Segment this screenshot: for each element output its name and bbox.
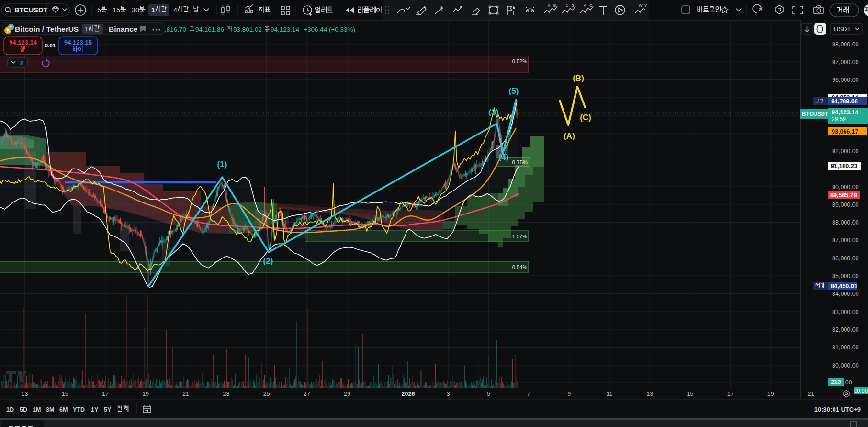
svg-text:81,000.00: 81,000.00 bbox=[832, 344, 859, 351]
svg-text:1Y: 1Y bbox=[91, 406, 99, 413]
svg-text:(B): (B) bbox=[573, 74, 584, 83]
svg-text:94,123.14: 94,123.14 bbox=[271, 26, 300, 33]
svg-text:,816.70: ,816.70 bbox=[165, 26, 186, 33]
svg-text:84,000.00: 84,000.00 bbox=[832, 291, 859, 297]
svg-text:21: 21 bbox=[808, 391, 814, 397]
svg-text:1.37%: 1.37% bbox=[512, 234, 527, 239]
svg-text:4: 4 bbox=[173, 6, 177, 14]
svg-text:11: 11 bbox=[607, 391, 613, 397]
svg-text:92,000.00: 92,000.00 bbox=[832, 148, 859, 155]
svg-text:93,801.02: 93,801.02 bbox=[233, 26, 262, 33]
svg-text:93,066.17: 93,066.17 bbox=[832, 128, 858, 135]
svg-text:(4): (4) bbox=[499, 153, 509, 162]
svg-text:YTD: YTD bbox=[73, 406, 85, 413]
svg-text:(C): (C) bbox=[580, 113, 591, 122]
svg-text:88,000.00: 88,000.00 bbox=[832, 219, 859, 226]
svg-text:0.54%: 0.54% bbox=[512, 264, 527, 270]
svg-text:21: 21 bbox=[182, 391, 189, 397]
svg-text:5: 5 bbox=[487, 391, 490, 397]
svg-text:Bitcoin / TetherUS: Bitcoin / TetherUS bbox=[15, 25, 79, 33]
svg-text:10:30:01 UTC+9: 10:30:01 UTC+9 bbox=[814, 406, 861, 413]
svg-text:0.52%: 0.52% bbox=[512, 58, 527, 64]
svg-text:5: 5 bbox=[572, 3, 574, 8]
svg-text:A: A bbox=[548, 3, 551, 8]
svg-text:(3): (3) bbox=[489, 108, 499, 117]
svg-text:19: 19 bbox=[767, 391, 774, 397]
svg-text:91,180.23: 91,180.23 bbox=[831, 163, 857, 169]
svg-text:80,000.00: 80,000.00 bbox=[832, 362, 859, 369]
svg-text:5D: 5D bbox=[20, 406, 27, 413]
svg-text:Binance: Binance bbox=[109, 25, 138, 33]
svg-text:9: 9 bbox=[567, 391, 571, 397]
svg-text:BTCUSDT: BTCUSDT bbox=[14, 6, 47, 14]
svg-text:0.01: 0.01 bbox=[45, 43, 56, 48]
svg-text:C: C bbox=[589, 3, 592, 8]
svg-text:87,000.00: 87,000.00 bbox=[832, 237, 859, 244]
svg-text:1M: 1M bbox=[33, 406, 41, 413]
svg-text:83,000.00: 83,000.00 bbox=[832, 309, 859, 315]
svg-text:84,450.01: 84,450.01 bbox=[831, 283, 857, 290]
svg-text:(2): (2) bbox=[263, 257, 273, 266]
svg-text:+306.44 (+0.33%): +306.44 (+0.33%) bbox=[304, 26, 355, 33]
svg-text:15: 15 bbox=[113, 6, 120, 14]
svg-text:6M: 6M bbox=[59, 406, 68, 413]
svg-text:94,123.15: 94,123.15 bbox=[64, 39, 92, 46]
svg-text:₿: ₿ bbox=[6, 28, 10, 33]
svg-text:82,000.00: 82,000.00 bbox=[832, 326, 859, 333]
svg-text:13: 13 bbox=[646, 391, 653, 397]
svg-text:25: 25 bbox=[263, 391, 270, 397]
svg-text:15: 15 bbox=[687, 391, 693, 397]
svg-text:96,000.00: 96,000.00 bbox=[832, 77, 859, 83]
svg-text:86,000.00: 86,000.00 bbox=[832, 255, 859, 262]
svg-text:E: E bbox=[553, 3, 556, 8]
svg-text:(5): (5) bbox=[509, 87, 519, 96]
svg-text:29:59: 29:59 bbox=[832, 116, 846, 123]
svg-text:23: 23 bbox=[223, 391, 230, 397]
svg-text:90,000.00: 90,000.00 bbox=[832, 184, 859, 191]
svg-text:Y: Y bbox=[644, 3, 647, 8]
svg-text:1: 1 bbox=[151, 6, 155, 14]
svg-text:1: 1 bbox=[85, 25, 89, 33]
svg-text:15: 15 bbox=[62, 391, 68, 397]
svg-text:2026: 2026 bbox=[402, 391, 415, 397]
svg-text:1: 1 bbox=[566, 3, 568, 8]
svg-text:213: 213 bbox=[831, 379, 841, 385]
svg-text:13: 13 bbox=[22, 391, 28, 397]
svg-text:94,161.86: 94,161.86 bbox=[195, 26, 224, 33]
svg-text:17: 17 bbox=[102, 391, 109, 397]
svg-text:1D: 1D bbox=[6, 406, 14, 413]
svg-text:3M: 3M bbox=[46, 406, 54, 413]
svg-text:3: 3 bbox=[447, 391, 450, 397]
svg-text:30: 30 bbox=[132, 6, 139, 14]
svg-text:·: · bbox=[105, 25, 107, 33]
svg-text:(1): (1) bbox=[217, 160, 227, 169]
svg-text:94,123.14: 94,123.14 bbox=[832, 109, 858, 116]
svg-text:00:00: 00:00 bbox=[854, 388, 868, 393]
svg-text:94,789.08: 94,789.08 bbox=[831, 98, 858, 105]
svg-text:89,565.78: 89,565.78 bbox=[830, 192, 857, 199]
svg-text:29: 29 bbox=[344, 391, 350, 397]
svg-text:98,000.00: 98,000.00 bbox=[832, 41, 859, 48]
svg-text:17: 17 bbox=[727, 391, 734, 397]
svg-text:A: A bbox=[584, 3, 586, 8]
svg-text:85,000.00: 85,000.00 bbox=[832, 273, 859, 280]
svg-text:BTCUSDT: BTCUSDT bbox=[802, 111, 828, 117]
svg-text:97,000.00: 97,000.00 bbox=[832, 59, 859, 66]
svg-text:94,123.14: 94,123.14 bbox=[9, 39, 37, 46]
svg-text:(A): (A) bbox=[564, 132, 575, 141]
svg-text:·: · bbox=[78, 25, 80, 33]
svg-text:0.75%: 0.75% bbox=[512, 159, 528, 165]
svg-text:7: 7 bbox=[527, 391, 530, 397]
svg-text:5Y: 5Y bbox=[104, 406, 112, 413]
svg-text:19: 19 bbox=[142, 391, 149, 397]
svg-text:5: 5 bbox=[97, 6, 101, 14]
svg-text:W: W bbox=[639, 3, 643, 8]
svg-text:89,000.00: 89,000.00 bbox=[832, 202, 859, 208]
svg-text:USDT: USDT bbox=[834, 25, 851, 33]
svg-text:27: 27 bbox=[304, 391, 310, 397]
svg-text:8: 8 bbox=[20, 60, 23, 67]
